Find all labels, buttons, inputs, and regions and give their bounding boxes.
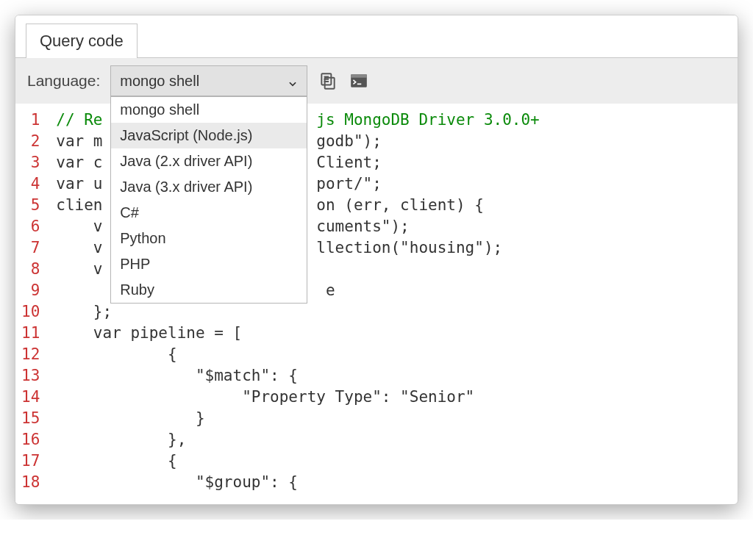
- code-line: {: [56, 450, 539, 472]
- code-line: "$group": {: [56, 472, 539, 493]
- language-option[interactable]: PHP: [111, 251, 307, 277]
- code-line: };: [56, 301, 539, 323]
- line-number: 18: [21, 472, 40, 493]
- copy-icon[interactable]: [318, 71, 338, 91]
- line-number: 16: [21, 429, 40, 450]
- language-option[interactable]: Java (3.x driver API): [111, 174, 307, 200]
- code-line: },: [56, 429, 539, 450]
- code-line: "Property Type": "Senior": [56, 387, 539, 408]
- tab-row: Query code: [15, 15, 738, 58]
- language-option[interactable]: C#: [111, 200, 307, 226]
- language-label: Language:: [27, 72, 100, 90]
- language-option[interactable]: Java (2.x driver API): [111, 148, 307, 174]
- line-number: 4: [21, 173, 40, 195]
- code-line: "$match": {: [56, 365, 539, 387]
- terminal-icon[interactable]: [349, 71, 369, 91]
- svg-rect-6: [351, 74, 367, 77]
- code-line: var pipeline = [: [56, 323, 539, 344]
- language-option[interactable]: Python: [111, 226, 307, 251]
- toolbar: Language: mongo shell mongo shellJavaScr…: [15, 58, 738, 104]
- line-number: 13: [21, 365, 40, 387]
- code-line: }: [56, 408, 539, 429]
- chevron-down-icon: [288, 76, 298, 86]
- code-line: {: [56, 344, 539, 365]
- line-number: 1: [21, 110, 40, 131]
- line-number: 7: [21, 237, 40, 259]
- line-number: 15: [21, 408, 40, 429]
- tab-query-code[interactable]: Query code: [26, 24, 138, 58]
- line-number: 8: [21, 259, 40, 280]
- language-select[interactable]: mongo shell: [110, 65, 307, 96]
- line-number: 14: [21, 387, 40, 408]
- language-option[interactable]: mongo shell: [111, 97, 307, 123]
- line-number: 9: [21, 280, 40, 301]
- language-select-wrap: mongo shell mongo shellJavaScript (Node.…: [110, 65, 307, 96]
- line-number: 12: [21, 344, 40, 365]
- language-option[interactable]: JavaScript (Node.js): [111, 123, 307, 148]
- language-select-value: mongo shell: [120, 73, 199, 90]
- line-number: 5: [21, 195, 40, 216]
- language-option[interactable]: Ruby: [111, 277, 307, 303]
- line-number: 17: [21, 450, 40, 472]
- line-number: 10: [21, 301, 40, 323]
- line-number: 11: [21, 323, 40, 344]
- line-number: 3: [21, 152, 40, 173]
- query-code-window: Query code Language: mongo shell mongo s…: [15, 15, 738, 505]
- gutter: 123456789101112131415161718: [15, 104, 50, 504]
- line-number: 2: [21, 131, 40, 152]
- language-dropdown-list[interactable]: mongo shellJavaScript (Node.js)Java (2.x…: [110, 96, 307, 304]
- line-number: 6: [21, 216, 40, 237]
